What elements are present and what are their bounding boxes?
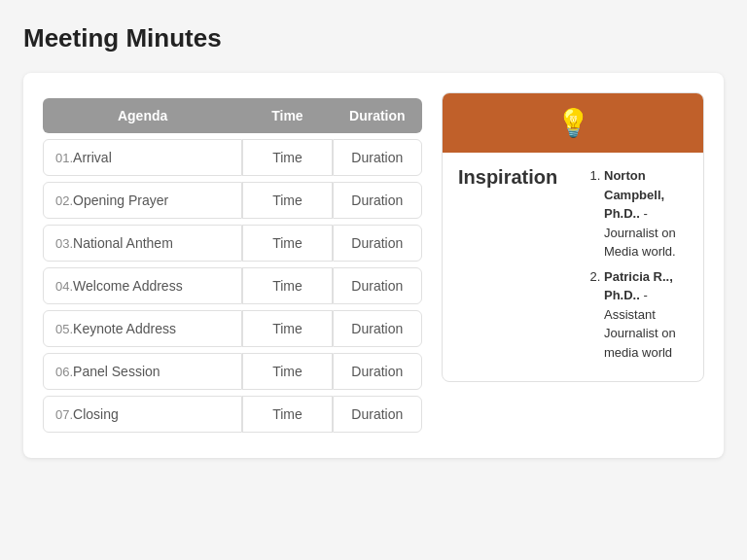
duration-cell[interactable]: Duration [333,139,422,176]
lightbulb-icon: 💡 [556,107,590,139]
time-cell[interactable]: Time [242,225,332,262]
agenda-cell: 07.Closing [43,396,242,433]
table-row: 04.Welcome AddressTimeDuration [43,267,422,304]
row-label: Closing [73,406,119,422]
table-row: 07.ClosingTimeDuration [43,396,422,433]
table-row: 05.Keynote AddressTimeDuration [43,310,422,347]
row-label: Panel Session [73,364,160,379]
row-label: Keynote Address [73,321,176,336]
agenda-cell: 04.Welcome Address [43,267,242,304]
duration-cell[interactable]: Duration [333,396,422,433]
right-panel: 💡 Inspiration Norton Campbell, Ph.D.. - … [442,92,704,438]
duration-cell[interactable]: Duration [333,267,422,304]
agenda-cell: 01.Arrival [43,139,242,176]
left-panel: Agenda Time Duration 01.ArrivalTimeDurat… [43,92,422,438]
inspiration-list: Norton Campbell, Ph.D.. - Journalist on … [587,166,688,368]
table-row: 01.ArrivalTimeDuration [43,139,422,176]
agenda-cell: 06.Panel Session [43,353,242,390]
duration-cell[interactable]: Duration [333,353,422,390]
agenda-cell: 02.Opening Prayer [43,182,242,219]
row-label: Arrival [73,150,112,165]
inspiration-header: 💡 [443,93,703,153]
row-number: 02. [55,193,73,208]
speaker-item: Norton Campbell, Ph.D.. - Journalist on … [604,166,688,262]
duration-cell[interactable]: Duration [333,182,422,219]
inspiration-title: Inspiration [458,166,575,189]
agenda-cell: 03.National Anthem [43,225,242,262]
table-row: 03.National AnthemTimeDuration [43,225,422,262]
row-label: National Anthem [73,235,173,251]
table-row: 02.Opening PrayerTimeDuration [43,182,422,219]
inspiration-card: 💡 Inspiration Norton Campbell, Ph.D.. - … [442,92,704,382]
page-title: Meeting Minutes [23,23,724,53]
main-container: Agenda Time Duration 01.ArrivalTimeDurat… [23,73,724,458]
row-number: 07. [55,407,73,422]
col-header-agenda: Agenda [43,98,242,133]
duration-cell[interactable]: Duration [333,225,422,262]
agenda-cell: 05.Keynote Address [43,310,242,347]
time-cell[interactable]: Time [242,139,332,176]
row-label: Opening Prayer [73,192,168,208]
row-number: 06. [55,365,73,379]
speaker-item: Patricia R.., Ph.D.. - Assistant Journal… [604,267,688,363]
time-cell[interactable]: Time [242,182,332,219]
row-number: 04. [55,279,73,294]
time-cell[interactable]: Time [242,396,332,433]
row-number: 01. [55,151,73,165]
col-header-time: Time [242,98,332,133]
row-number: 03. [55,236,73,251]
time-cell[interactable]: Time [242,353,332,390]
inspiration-body: Inspiration Norton Campbell, Ph.D.. - Jo… [443,153,703,381]
row-label: Welcome Address [73,278,183,294]
time-cell[interactable]: Time [242,310,332,347]
table-row: 06.Panel SessionTimeDuration [43,353,422,390]
time-cell[interactable]: Time [242,267,332,304]
col-header-duration: Duration [333,98,422,133]
agenda-table: Agenda Time Duration 01.ArrivalTimeDurat… [43,92,422,438]
row-number: 05. [55,322,73,336]
duration-cell[interactable]: Duration [333,310,422,347]
